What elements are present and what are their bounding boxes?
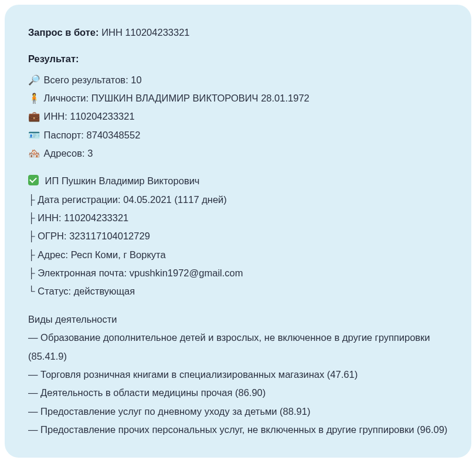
entity-email: Электронная почта: vpushkin1972@gmail.co… [28, 264, 448, 282]
summary-total-value: 10 [131, 75, 141, 85]
summary-addresses-value: 3 [87, 148, 93, 158]
entity-email-label: Электронная почта: [38, 268, 127, 278]
entity-ogrn: ОГРН: 323117104012729 [28, 227, 448, 245]
briefcase-icon: 💼 [28, 107, 40, 126]
summary-inn-value: 110204233321 [70, 111, 134, 121]
activity-item: Деятельность в области медицины прочая (… [28, 384, 448, 402]
summary-inn-label: ИНН: [44, 111, 67, 121]
entity-status-label: Статус: [38, 286, 71, 296]
summary-total-label: Всего результатов: [44, 75, 128, 85]
entity-address: Адрес: Респ Коми, г Воркута [28, 246, 448, 264]
summary-inn: 💼 ИНН: 110204233321 [28, 107, 448, 126]
entity-inn-value: 110204233321 [64, 212, 128, 223]
reg-date-value: 04.05.2021 (1117 дней) [123, 194, 227, 205]
query-value: ИНН 110204233321 [101, 27, 189, 38]
check-icon [28, 175, 39, 185]
entity-name-line: ИП Пушкин Владимир Викторович [28, 172, 448, 190]
entity-inn: ИНН: 110204233321 [28, 209, 448, 227]
entity-status: Статус: действующая [28, 282, 448, 300]
entity-address-label: Адрес: [38, 249, 68, 260]
id-card-icon: 🪪 [28, 126, 40, 144]
entity-ogrn-label: ОГРН: [38, 231, 66, 241]
entity-name: ИП Пушкин Владимир Викторович [45, 175, 200, 186]
activity-item: Образование дополнительное детей и взрос… [28, 329, 448, 366]
query-label: Запрос в боте: [28, 27, 99, 38]
summary-person: 🧍 Личности: ПУШКИН ВЛАДИМИР ВИКТОРОВИЧ 2… [28, 89, 448, 107]
entity-status-value: действующая [74, 286, 135, 296]
entity-email-value: vpushkin1972@gmail.com [130, 268, 243, 278]
summary-addresses: 🏘️ Адресов: 3 [28, 144, 448, 163]
entity-address-value: Респ Коми, г Воркута [71, 249, 166, 260]
summary-person-label: Личности: [44, 93, 89, 103]
summary-passport-label: Паспорт: [44, 130, 84, 140]
summary-total: 🔎 Всего результатов: 10 [28, 71, 448, 89]
summary-passport: 🪪 Паспорт: 8740348552 [28, 126, 448, 144]
entity-inn-label: ИНН: [38, 212, 61, 223]
person-icon: 🧍 [28, 89, 40, 107]
summary-person-value: ПУШКИН ВЛАДИМИР ВИКТОРОВИЧ 28.01.1972 [91, 93, 310, 103]
activity-item: Торговля розничная книгами в специализир… [28, 366, 448, 384]
activity-item: Предоставление прочих персональных услуг… [28, 421, 448, 439]
result-card: Запрос в боте: ИНН 110204233321 Результа… [5, 5, 471, 458]
summary-passport-value: 8740348552 [87, 130, 141, 140]
reg-date-label: Дата регистрации: [38, 194, 120, 205]
activities-block: Виды деятельности Образование дополнител… [28, 310, 448, 439]
entity-reg-date: Дата регистрации: 04.05.2021 (1117 дней) [28, 191, 448, 209]
query-header: Запрос в боте: ИНН 110204233321 [28, 23, 448, 42]
entity-block: ИП Пушкин Владимир Викторович Дата регис… [28, 172, 448, 300]
result-title: Результат: [28, 50, 448, 68]
entity-ogrn-value: 323117104012729 [69, 231, 150, 241]
summary-addresses-label: Адресов: [44, 148, 85, 158]
search-icon: 🔎 [28, 71, 40, 89]
activity-item: Предоставление услуг по дневному уходу з… [28, 402, 448, 421]
houses-icon: 🏘️ [28, 144, 40, 163]
activities-title: Виды деятельности [28, 310, 448, 329]
